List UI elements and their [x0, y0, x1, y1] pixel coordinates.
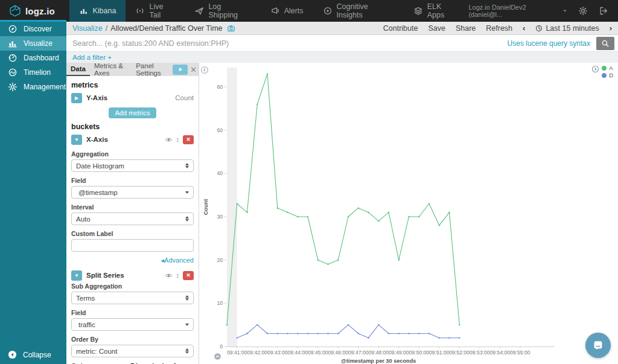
legend-dot [602, 73, 607, 78]
interval-select[interactable]: Auto [71, 212, 194, 225]
breadcrumb-bar: Visualize / Allowed/Denied Traffic Over … [66, 22, 618, 35]
advanced-link[interactable]: ◂Advanced [161, 257, 194, 264]
sub-aggregation-select[interactable]: Terms [71, 292, 194, 304]
sidebar-item-dashboard[interactable]: Dashboard [0, 51, 66, 65]
svg-text:09:49:00: 09:49:00 [389, 350, 409, 356]
refresh-button[interactable]: Refresh [486, 24, 512, 33]
legend-label: A [609, 65, 613, 71]
svg-text:09:43:00: 09:43:00 [267, 350, 288, 356]
panel-collapse-chevron-icon[interactable] [200, 66, 209, 74]
sidebar-item-label: Dashboard [24, 54, 59, 62]
panel-tab-panel-settings[interactable]: Panel Settings [132, 63, 173, 76]
time-picker-button[interactable]: Last 15 minutes [535, 24, 599, 33]
remove-bucket-button[interactable]: ✕ [183, 135, 194, 144]
toolbar-actions: ContributeSaveShareRefresh ‹ Last 15 min… [383, 24, 612, 33]
logzio-logo[interactable]: logz.io [0, 0, 66, 22]
chat-launcher-button[interactable] [585, 333, 611, 358]
time-range-label: Last 15 minutes [546, 24, 599, 33]
x-axis-label: X-Axis [86, 136, 108, 143]
breadcrumb-visualize-link[interactable]: Visualize [72, 24, 103, 33]
nav-item-kibana[interactable]: Kibana [69, 0, 126, 22]
top-navbar: logz.io KibanaLive TailLog ShippingAlert… [0, 0, 618, 22]
toggle-visibility-eye-icon[interactable] [165, 136, 173, 144]
scroll-to-top-icon[interactable] [214, 353, 221, 360]
timelion-icon [8, 68, 18, 77]
left-sidebar: DiscoverVisualizeDashboardTimelionManage… [0, 22, 66, 364]
sidebar-item-visualize[interactable]: Visualize [0, 36, 66, 51]
aggregation-label: Aggregation [71, 150, 194, 158]
toggle-visibility-eye-icon[interactable] [165, 272, 173, 279]
nav-item-cognitive-insights[interactable]: Cognitive Insights [313, 0, 404, 22]
interval-label: Interval [71, 203, 194, 211]
dropdown-caret-icon [185, 324, 189, 326]
settings-gear-icon[interactable] [578, 6, 588, 16]
sidebar-item-discover[interactable]: Discover [0, 22, 66, 36]
logshipping-icon [194, 6, 204, 16]
lucene-syntax-link[interactable]: Uses lucene query syntax [508, 39, 590, 48]
contribute-button[interactable]: Contribute [383, 24, 418, 33]
custom-label-input[interactable] [71, 239, 194, 252]
sidebar-item-label: Timelion [24, 68, 51, 77]
search-button[interactable] [596, 37, 614, 50]
nav-item-live-tail[interactable]: Live Tail [126, 0, 185, 22]
add-metrics-wrap: Add metrics [71, 107, 194, 118]
add-metrics-button[interactable]: Add metrics [109, 107, 156, 118]
y-axis-row[interactable]: ▶ Y-Axis Count [71, 92, 194, 104]
collapse-chevron-icon[interactable]: ▼ [71, 270, 82, 281]
time-back-chevron[interactable]: ‹ [523, 24, 525, 33]
svg-text:10: 10 [217, 300, 223, 306]
logout-icon[interactable] [599, 6, 608, 16]
collapse-chevron-icon[interactable]: ▼ [71, 135, 82, 145]
svg-text:60: 60 [217, 84, 223, 90]
move-updown-icon[interactable]: ↕ [176, 136, 180, 143]
traffic-field-dropdown[interactable]: traffic [71, 318, 194, 331]
order-by-label: Order By [71, 336, 194, 343]
nav-item-elk-apps[interactable]: ELK Apps [404, 0, 469, 22]
nav-item-label: Cognitive Insights [337, 2, 394, 19]
field-label: Field [71, 309, 194, 316]
apply-changes-play-button[interactable] [173, 65, 188, 75]
legend-toggle-icon[interactable] [591, 65, 599, 73]
move-updown-icon[interactable]: ↕ [176, 272, 180, 279]
svg-text:09:47:00: 09:47:00 [348, 350, 369, 356]
panel-body: metrics ▶ Y-Axis Count Add metrics bucke… [66, 76, 199, 364]
sidebar-collapse-button[interactable]: Collapse [0, 350, 66, 359]
save-button[interactable]: Save [428, 24, 445, 33]
nav-item-alerts[interactable]: Alerts [261, 0, 313, 22]
time-forward-chevron[interactable]: › [610, 24, 612, 33]
svg-text:09:50:00: 09:50:00 [409, 350, 430, 356]
sidebar-item-management[interactable]: Management [0, 80, 66, 94]
panel-tab-metrics-axes[interactable]: Metrics & Axes [90, 63, 132, 76]
add-filter-link[interactable]: Add a filter + [72, 54, 112, 61]
line-chart[interactable]: 09:41:0009:42:0009:43:0009:44:0009:45:00… [200, 63, 618, 364]
search-icon [601, 39, 610, 48]
clock-icon [535, 25, 543, 32]
svg-text:09:42:00: 09:42:00 [247, 350, 268, 356]
svg-text:40: 40 [217, 170, 223, 176]
expand-chevron-icon[interactable]: ▶ [71, 93, 82, 103]
field-dropdown[interactable]: @timestamp [71, 186, 194, 199]
user-menu[interactable]: Logz.io DanielDev2 (daniel@l... [468, 4, 567, 18]
split-series-row[interactable]: ▼ Split Series ↕ ✕ [71, 269, 194, 281]
sidebar-item-timelion[interactable]: Timelion [0, 65, 66, 80]
alerts-icon [270, 6, 280, 16]
select-spinner-icon [185, 295, 189, 301]
panel-tab-list: DataMetrics & AxesPanel Settings [66, 63, 173, 76]
nav-item-log-shipping[interactable]: Log Shipping [185, 0, 260, 22]
remove-bucket-button[interactable]: ✕ [183, 271, 194, 280]
share-button[interactable]: Share [456, 24, 476, 33]
snapshot-camera-icon[interactable] [227, 24, 235, 33]
aggregation-select[interactable]: Date Histogram [71, 159, 194, 172]
svg-text:09:52:00: 09:52:00 [450, 350, 470, 356]
nav-item-label: Kibana [93, 7, 116, 15]
x-axis-row[interactable]: ▼ X-Axis ↕ ✕ [71, 133, 194, 145]
search-input[interactable] [72, 39, 502, 48]
svg-text:09:48:00: 09:48:00 [369, 350, 389, 356]
gear-icon [8, 82, 18, 92]
nav-item-label: Live Tail [149, 2, 175, 19]
panel-tab-data[interactable]: Data [66, 63, 90, 76]
legend-item-d[interactable]: D [602, 72, 613, 78]
discard-changes-icon[interactable]: ✕ [190, 66, 197, 74]
legend-item-a[interactable]: A [602, 65, 613, 71]
order-by-select[interactable]: metric: Count [71, 345, 194, 357]
